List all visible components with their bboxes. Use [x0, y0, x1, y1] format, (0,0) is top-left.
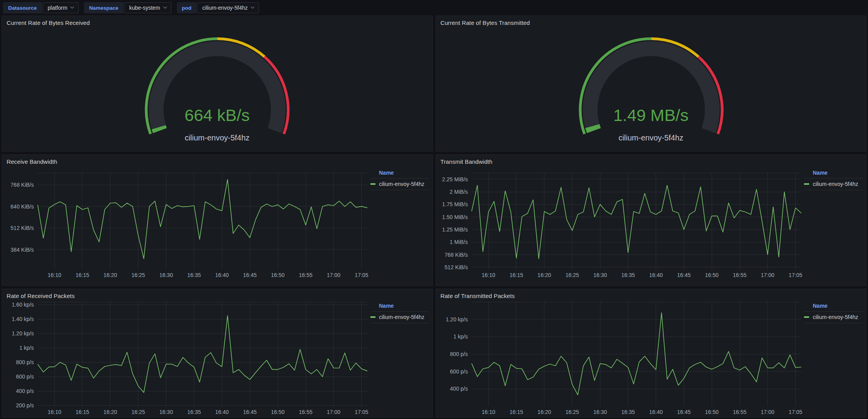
svg-text:17:05: 17:05 [355, 409, 368, 415]
svg-text:1.50 MiB/s: 1.50 MiB/s [442, 214, 467, 220]
svg-text:16:20: 16:20 [537, 409, 551, 415]
svg-text:16:30: 16:30 [593, 272, 607, 278]
svg-text:16:50: 16:50 [705, 409, 718, 415]
svg-text:17:00: 17:00 [327, 272, 340, 278]
received-bytes-gauge [2, 16, 432, 151]
svg-text:16:35: 16:35 [621, 409, 635, 415]
svg-text:2.25 MiB/s: 2.25 MiB/s [442, 176, 467, 182]
chart-legend: Name cilium-envoy-5f4hz [804, 303, 863, 323]
panel-title: Current Rate of Bytes Transmitted [441, 19, 530, 26]
svg-text:768 KiB/s: 768 KiB/s [444, 252, 468, 258]
legend-item[interactable]: cilium-envoy-5f4hz [370, 178, 429, 190]
transmitted-packets-chart[interactable]: 1.20 kp/s1 kp/s800 p/s600 p/s400 p/s16:1… [436, 289, 866, 417]
svg-text:16:40: 16:40 [649, 272, 663, 278]
svg-text:1.60 kp/s: 1.60 kp/s [12, 302, 34, 308]
legend-name-header[interactable]: Name [804, 170, 863, 178]
svg-text:16:55: 16:55 [299, 272, 313, 278]
svg-text:1 kp/s: 1 kp/s [453, 333, 467, 340]
panel-current-rate-bytes-transmitted: Current Rate of Bytes Transmitted 1.49 M… [436, 16, 867, 152]
legend-series-label: cilium-envoy-5f4hz [379, 314, 425, 320]
svg-text:16:50: 16:50 [271, 409, 285, 415]
panel-rate-received-packets: Rate of Received Packets 1.60 kp/s1.40 k… [2, 289, 433, 417]
svg-text:16:15: 16:15 [509, 272, 523, 278]
series-color-marker [370, 183, 376, 185]
svg-text:16:15: 16:15 [75, 409, 89, 415]
svg-text:400 p/s: 400 p/s [16, 388, 34, 394]
legend-name-header[interactable]: Name [370, 303, 429, 311]
svg-text:512 KiB/s: 512 KiB/s [444, 264, 468, 270]
transmitted-bytes-gauge [436, 16, 866, 151]
series-color-marker [804, 183, 809, 185]
svg-text:16:15: 16:15 [509, 409, 523, 415]
legend-name-header[interactable]: Name [804, 303, 863, 311]
legend-item[interactable]: cilium-envoy-5f4hz [804, 311, 863, 323]
legend-item[interactable]: cilium-envoy-5f4hz [804, 178, 863, 190]
svg-text:17:00: 17:00 [327, 409, 340, 415]
series-color-marker [804, 316, 809, 318]
variable-namespace-dropdown[interactable]: kube-system [124, 2, 171, 13]
panel-title: Rate of Received Packets [7, 293, 75, 299]
variable-namespace: Namespace kube-system [84, 2, 171, 13]
svg-text:17:05: 17:05 [355, 272, 368, 278]
svg-text:16:15: 16:15 [75, 272, 89, 278]
svg-text:16:30: 16:30 [159, 272, 173, 278]
svg-text:1 MiB/s: 1 MiB/s [450, 239, 468, 245]
svg-text:16:20: 16:20 [103, 409, 117, 415]
variable-pod-dropdown[interactable]: cilium-envoy-5f4hz [197, 2, 259, 13]
panel-title: Transmit Bandwidth [441, 158, 493, 165]
legend-name-header[interactable]: Name [370, 170, 429, 178]
chart-legend: Name cilium-envoy-5f4hz [804, 170, 863, 190]
chart-legend: Name cilium-envoy-5f4hz [370, 170, 429, 190]
svg-text:16:35: 16:35 [187, 409, 201, 415]
legend-series-label: cilium-envoy-5f4hz [813, 314, 858, 320]
svg-text:16:35: 16:35 [187, 272, 201, 278]
svg-text:16:30: 16:30 [159, 409, 173, 415]
svg-text:16:30: 16:30 [593, 409, 607, 415]
variable-datasource: Datasource platform [3, 2, 79, 13]
svg-text:1 kp/s: 1 kp/s [19, 345, 34, 351]
gauge-pod-label: cilium-envoy-5f4hz [436, 133, 866, 142]
svg-text:16:55: 16:55 [299, 409, 313, 415]
svg-text:200 p/s: 200 p/s [16, 402, 34, 408]
variable-datasource-dropdown[interactable]: platform [43, 2, 79, 13]
svg-text:16:45: 16:45 [243, 409, 257, 415]
receive-bandwidth-chart[interactable]: 768 KiB/s640 KiB/s512 KiB/s384 KiB/s16:1… [2, 155, 432, 286]
svg-text:16:45: 16:45 [677, 272, 691, 278]
svg-text:1.75 MiB/s: 1.75 MiB/s [442, 201, 467, 207]
svg-text:16:20: 16:20 [103, 272, 117, 278]
variable-datasource-value: platform [48, 5, 68, 11]
svg-text:16:40: 16:40 [215, 409, 229, 415]
svg-text:16:20: 16:20 [537, 272, 551, 278]
gauge-value: 1.49 MB/s [436, 106, 866, 124]
svg-text:16:25: 16:25 [565, 272, 579, 278]
panel-receive-bandwidth: Receive Bandwidth 768 KiB/s640 KiB/s512 … [2, 154, 433, 286]
variable-datasource-label: Datasource [3, 2, 42, 13]
variable-namespace-label: Namespace [84, 2, 123, 13]
svg-text:1.25 MiB/s: 1.25 MiB/s [442, 226, 467, 233]
svg-text:1.40 kp/s: 1.40 kp/s [12, 316, 34, 322]
received-packets-chart[interactable]: 1.60 kp/s1.40 kp/s1.20 kp/s1 kp/s800 p/s… [2, 289, 432, 417]
svg-text:16:50: 16:50 [705, 272, 718, 278]
panel-title: Rate of Transmitted Packets [441, 293, 515, 299]
panel-rate-transmitted-packets: Rate of Transmitted Packets 1.20 kp/s1 k… [436, 289, 867, 417]
legend-item[interactable]: cilium-envoy-5f4hz [370, 311, 429, 323]
gauge-value: 664 kB/s [2, 106, 432, 124]
variable-pod-label: pod [177, 2, 197, 13]
svg-text:16:25: 16:25 [131, 272, 145, 278]
svg-text:384 KiB/s: 384 KiB/s [10, 247, 34, 253]
svg-text:600 p/s: 600 p/s [450, 368, 468, 375]
svg-text:768 KiB/s: 768 KiB/s [10, 182, 34, 188]
svg-text:16:40: 16:40 [215, 272, 229, 278]
svg-text:16:10: 16:10 [48, 409, 61, 415]
svg-text:16:35: 16:35 [621, 272, 635, 278]
panel-title: Current Rate of Bytes Received [7, 19, 90, 26]
svg-text:16:10: 16:10 [48, 272, 61, 278]
svg-text:16:55: 16:55 [733, 409, 746, 415]
svg-text:16:40: 16:40 [649, 409, 663, 415]
series-color-marker [370, 316, 376, 318]
transmit-bandwidth-chart[interactable]: 2.25 MiB/s2 MiB/s1.75 MiB/s1.50 MiB/s1.2… [436, 155, 866, 286]
svg-text:2 MiB/s: 2 MiB/s [450, 189, 468, 195]
legend-series-label: cilium-envoy-5f4hz [813, 181, 858, 187]
svg-text:17:00: 17:00 [761, 409, 774, 415]
panel-current-rate-bytes-received: Current Rate of Bytes Received 664 kB/s … [2, 16, 433, 152]
